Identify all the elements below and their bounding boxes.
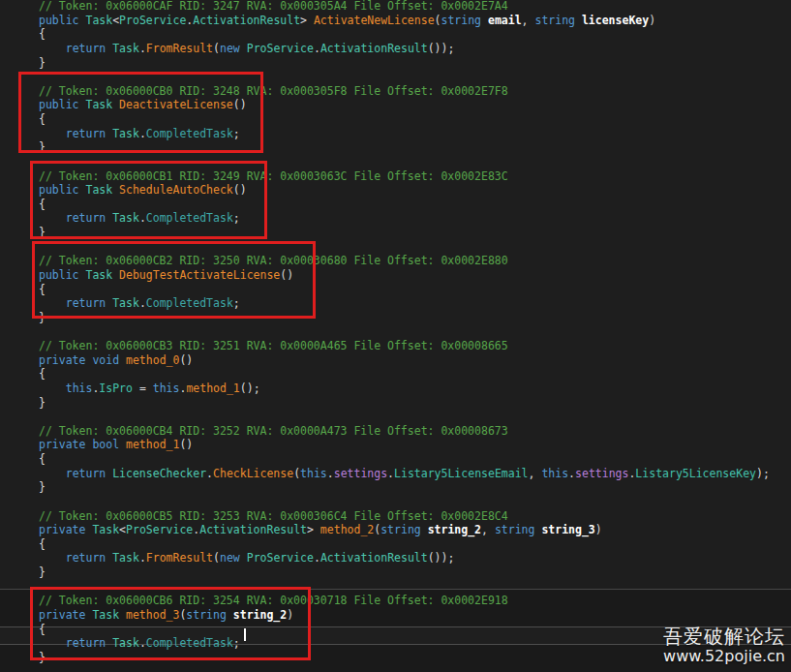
code-token-keyword: string [380,523,427,536]
code-line[interactable]: return Task.FromResult(new ProService.Ac… [39,551,770,565]
code-token-type: LicenseChecker [112,467,206,480]
code-token-punct: () [179,353,193,367]
code-token-method: method_1 [186,382,239,395]
code-token-param: string_3 [541,523,594,536]
code-token-keyword: private [39,523,92,536]
code-line[interactable] [39,410,770,424]
code-line[interactable] [39,495,770,509]
code-line[interactable]: } [39,480,770,495]
code-token-punct: < [119,523,126,536]
code-token-keyword: this [300,467,327,480]
code-line[interactable]: // Token: 0x06000CB4 RID: 3252 RVA: 0x00… [39,424,770,439]
watermark-url: www.52pojie.cn [663,647,785,665]
code-token-punct: ( [213,551,220,565]
code-token-method: method_2 [320,523,374,536]
annotation-box [32,241,316,319]
annotation-box [30,587,311,660]
code-line[interactable]: { [39,367,770,382]
code-token-punct: ) [595,523,602,536]
code-token-punct: } [39,480,46,494]
code-token-punct: () [179,438,193,451]
code-token-punct: { [39,452,46,466]
code-token-keyword: void [92,353,126,367]
code-line[interactable]: public Task<ProService.ActivationResult>… [39,14,770,28]
code-token-comment: // Token: 0x06000CB3 RID: 3251 RVA: 0x00… [39,339,508,352]
code-token-param: string_2 [428,523,481,536]
code-token-punct: ()); [428,551,455,565]
code-token-punct: . [314,42,320,55]
code-line[interactable]: return LicenseChecker.CheckLicense(this.… [39,467,770,481]
code-token-keyword: private [39,438,92,451]
code-token-punct: . [387,467,394,480]
code-token-keyword: public [39,14,85,27]
code-line[interactable]: private void method_0() [39,353,770,368]
code-token-punct: ( [435,14,441,27]
code-token-punct: } [39,396,46,410]
code-token-punct: . [314,551,320,565]
code-token-punct [39,467,66,480]
code-token-keyword: string [441,14,488,27]
code-token-type: ActivationResult [320,42,428,55]
code-token-method: FromResult [146,42,213,55]
code-token-punct [39,551,66,565]
code-token-type: Task [85,14,112,27]
code-token-comment: // Token: 0x06000CB4 RID: 3252 RVA: 0x00… [39,424,508,438]
code-token-comment: // Token: 0x06000CB5 RID: 3253 RVA: 0x00… [39,509,508,523]
code-token-punct: ( [213,42,220,55]
code-line[interactable]: return Task.FromResult(new ProService.Ac… [39,42,770,56]
code-line[interactable]: } [39,396,770,411]
code-token-keyword: this [541,467,568,480]
code-token-punct: } [39,56,46,70]
code-token-punct: ) [649,14,655,27]
code-line[interactable]: private Task<ProService.ActivationResult… [39,523,770,537]
code-token-punct [39,42,66,55]
code-token-method: FromResult [146,551,213,565]
code-line[interactable]: } [39,565,770,580]
code-token-keyword: new [220,551,247,565]
code-token-field: settings [334,467,387,480]
code-token-type: ActivationResult [320,551,428,565]
code-line[interactable]: // Token: 0x06000CB3 RID: 3251 RVA: 0x00… [39,339,770,353]
code-token-punct: , [522,14,535,27]
code-token-keyword: private [39,353,92,367]
code-line[interactable] [39,324,770,339]
code-token-punct: . [206,467,213,480]
code-token-type: ActivationResult [193,14,300,27]
code-token-type: ProService [247,42,314,55]
code-token-keyword: return [66,467,112,480]
code-token-type: ProService [119,14,186,27]
code-token-punct: ()); [428,42,455,55]
code-token-punct: { [39,367,46,381]
code-token-keyword: bool [92,438,126,451]
code-token-method: CheckLicense [213,467,293,480]
code-token-punct: (); [240,382,260,395]
decompiler-code-view: // Token: 0x06000CAF RID: 3247 RVA: 0x00… [0,0,791,672]
code-token-keyword: string [495,523,541,536]
annotation-box [30,161,267,239]
code-token-type: ProService [247,551,314,565]
code-line[interactable]: this.IsPro = this.method_1(); [39,382,770,396]
code-line[interactable]: // Token: 0x06000CB5 RID: 3253 RVA: 0x00… [39,509,770,524]
code-line[interactable]: // Token: 0x06000CAF RID: 3247 RVA: 0x00… [39,0,770,14]
watermark: 吾爱破解论坛 www.52pojie.cn [663,626,785,665]
code-token-comment: // Token: 0x06000CAF RID: 3247 RVA: 0x00… [39,0,508,13]
code-token-type: Task [92,523,119,536]
code-line[interactable]: } [39,56,770,71]
code-token-punct: . [139,551,146,565]
code-token-property: Listary5LicenseEmail [394,467,528,480]
code-line[interactable]: { [39,27,770,42]
code-token-punct: > [300,14,314,27]
code-token-punct: , [481,523,495,536]
code-token-punct: . [568,467,575,480]
code-token-type: Task [112,551,139,565]
code-token-punct: { [39,27,46,41]
code-line[interactable]: { [39,537,770,552]
code-token-type: ActivationResult [199,523,307,536]
code-line[interactable]: private bool method_1() [39,438,770,452]
code-line[interactable]: { [39,452,770,467]
code-token-field: settings [575,467,628,480]
code-token-keyword: new [220,42,247,55]
code-token-param: email [488,14,522,27]
code-token-param: licenseKey [582,14,649,27]
code-token-punct: . [139,42,146,55]
